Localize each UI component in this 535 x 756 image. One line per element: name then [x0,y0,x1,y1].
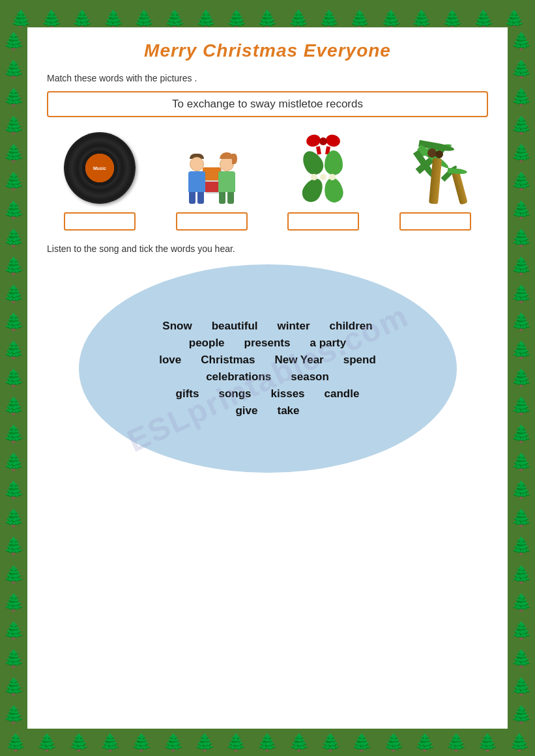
word-take: take [278,404,300,417]
palm-tree-image [396,132,474,204]
border-left: 🌲 🌲 🌲 🌲 🌲 🌲 🌲 🌲 🌲 🌲 🌲 🌲 🌲 🌲 🌲 🌲 🌲 🌲 🌲 🌲 … [0,27,27,729]
palm-trunk2 [451,168,468,204]
word-gifts: gifts [176,387,199,400]
tree-icon: 🌲 [134,9,154,29]
tree-icon: 🌲 [511,480,532,500]
tree-icon: 🌲 [68,733,89,753]
tree-icon: 🌲 [511,115,532,135]
mistletoe-image [287,132,359,204]
tree-icon: 🌲 [3,508,24,528]
tree-icon: 🌲 [163,733,184,753]
person1 [188,154,205,204]
tree-icon: 🌲 [414,733,435,753]
tree-icon: 🌲 [511,508,532,528]
word-cloud: Snow beautiful winter children people pr… [79,264,457,473]
tree-icon: 🌲 [3,536,24,556]
tree-icon: 🌲 [36,733,57,753]
tree-icon: 🌲 [41,9,62,29]
tree-icon: 🌲 [103,9,124,29]
tree-icon: 🌲 [257,733,278,753]
tree-icon: 🌲 [3,340,24,360]
tree-icon: 🌲 [72,9,93,29]
word-beautiful: beautiful [212,320,258,333]
tree-icon: 🌲 [511,368,532,388]
tree-icon: 🌲 [3,143,24,163]
page-title: Merry Christmas Everyone [47,40,488,61]
word-people: people [189,337,225,350]
word-row-3: love Christmas New Year spend [159,354,376,367]
tree-icon: 🌲 [3,228,24,248]
tree-icon: 🌲 [511,565,532,585]
answer-box-records[interactable] [64,212,136,231]
word-songs: songs [218,387,251,400]
tree-icon: 🌲 [3,677,24,697]
tree-icon: 🌲 [511,31,532,51]
section1-instruction: Match these words with the pictures . [47,73,488,83]
tree-icon: 🌲 [383,733,404,753]
word-box: To exchange to sway mistletoe records [47,91,488,117]
word-presents: presents [244,337,291,350]
tree-icon: 🌲 [3,31,24,51]
tree-icon: 🌲 [288,9,309,29]
word-christmas: Christmas [201,354,255,367]
word-love: love [159,354,181,367]
tree-icon: 🌲 [511,340,532,360]
tree-icon: 🌲 [289,733,310,753]
tree-icon: 🌲 [226,9,247,29]
tree-icon: 🌲 [511,536,532,556]
word-candle: candle [325,387,360,400]
person2 [218,152,235,204]
border-right: 🌲 🌲 🌲 🌲 🌲 🌲 🌲 🌲 🌲 🌲 🌲 🌲 🌲 🌲 🌲 🌲 🌲 🌲 🌲 🌲 … [508,27,535,729]
tree-icon: 🌲 [381,9,401,29]
tree-icon: 🌲 [411,9,432,29]
tree-icon: 🌲 [3,256,24,276]
content-area: ESLprintables.com Merry Christmas Everyo… [27,27,508,729]
tree-icon: 🌲 [3,171,24,191]
answer-box-sway[interactable] [399,212,471,231]
picture-item-mistletoe [271,129,377,231]
tree-icon: 🌲 [164,9,185,29]
tree-icon: 🌲 [10,9,31,29]
tree-icon: 🌲 [3,649,24,669]
tree-icon: 🌲 [5,733,26,753]
answer-box-mistletoe[interactable] [287,212,359,231]
exchange-picture [169,129,254,207]
border-bottom: 🌲 🌲 🌲 🌲 🌲 🌲 🌲 🌲 🌲 🌲 🌲 🌲 🌲 🌲 🌲 🌲 🌲 [0,729,535,756]
tree-icon: 🌲 [511,256,532,276]
tree-icon: 🌲 [320,733,341,753]
pictures-row: Music [47,129,488,231]
tree-icon: 🌲 [511,143,532,163]
person1-legs [189,192,204,204]
tree-icon: 🌲 [442,9,463,29]
exchange-scene [169,132,254,204]
tree-icon: 🌲 [3,424,24,444]
tree-icon: 🌲 [511,87,532,107]
tree-icon: 🌲 [511,677,532,697]
tree-icon: 🌲 [511,59,532,79]
tree-icon: 🌲 [511,593,532,613]
vinyl-picture: Music [57,129,142,207]
vinyl-label: Music [87,156,112,180]
tree-icon: 🌲 [511,284,532,304]
tree-icon: 🌲 [131,733,152,753]
tree-icon: 🌲 [351,733,372,753]
tree-icon: 🌲 [194,733,215,753]
tree-icon: 🌲 [3,396,24,416]
word-season: season [291,371,329,384]
tree-icon: 🌲 [511,200,532,220]
tree-icon: 🌲 [511,312,532,332]
vinyl-record: Music [64,132,136,204]
answer-box-exchange[interactable] [176,212,248,231]
tree-icon: 🌲 [3,621,24,641]
tree-icon: 🌲 [446,733,467,753]
person1-head [190,157,204,171]
picture-item-records: Music [47,129,152,231]
tree-icon: 🌲 [319,9,340,29]
word-row-5: gifts songs kisses candle [176,387,360,400]
tree-icon: 🌲 [3,200,24,220]
palm-trunk [429,158,442,204]
tree-icon: 🌲 [3,115,24,135]
word-row-6: give take [235,404,299,417]
word-row-4: celebrations season [206,371,329,384]
listen-section: Listen to the song and tick the words yo… [47,244,488,473]
